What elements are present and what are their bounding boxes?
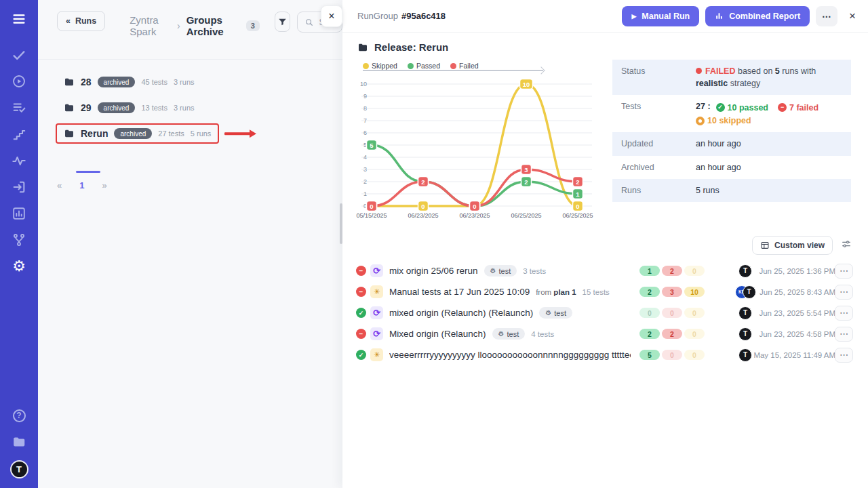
run-name[interactable]: mix origin 25/06 rerun bbox=[389, 266, 478, 276]
group-row[interactable]: 28 archived 45 tests 3 runs bbox=[56, 72, 203, 92]
svg-text:2: 2 bbox=[524, 178, 528, 186]
run-name[interactable]: Mixed origin (Relaunch) bbox=[389, 329, 486, 339]
run-row[interactable]: mixed origin (Relaunch) (Relaunch) ⚙test… bbox=[356, 302, 857, 323]
run-row[interactable]: Manual tests at 17 Jun 2025 10:09 from p… bbox=[356, 281, 857, 302]
run-name[interactable]: veeeerrrrryyyyyyyyyy llooooooooooonnnnng… bbox=[389, 350, 631, 360]
status-dot-icon bbox=[696, 68, 702, 74]
next-page-button[interactable]: » bbox=[102, 180, 106, 190]
run-status-icon bbox=[356, 287, 366, 297]
sidebar: ⚙ ? T bbox=[0, 0, 38, 488]
skipped-pill: 0 bbox=[684, 266, 705, 276]
ellipsis-icon: ⋯ bbox=[840, 266, 848, 276]
archived-badge: archived bbox=[98, 102, 136, 113]
run-row[interactable]: mix origin 25/06 rerun ⚙test 3 tests 1 2… bbox=[356, 260, 857, 281]
svg-text:1: 1 bbox=[576, 190, 580, 198]
help-glyph: ? bbox=[13, 409, 26, 422]
svg-text:06/25/2025: 06/25/2025 bbox=[511, 212, 541, 219]
svg-text:0: 0 bbox=[370, 203, 373, 210]
folder-icon bbox=[64, 102, 75, 113]
group-tests-count: 27 tests bbox=[158, 129, 184, 138]
svg-text:6: 6 bbox=[363, 129, 367, 136]
run-menu-button[interactable]: ⋯ bbox=[835, 306, 853, 321]
svg-text:2: 2 bbox=[421, 178, 425, 186]
group-runs-count: 5 runs bbox=[191, 129, 212, 138]
run-menu-button[interactable]: ⋯ bbox=[835, 327, 853, 342]
group-tests-count: 13 tests bbox=[141, 104, 167, 112]
run-menu-button[interactable]: ⋯ bbox=[835, 285, 853, 300]
group-name: 29 bbox=[81, 102, 92, 113]
help-icon[interactable]: ? bbox=[11, 407, 27, 424]
skipped-dot-icon bbox=[363, 63, 369, 69]
legend-skipped: Skipped bbox=[363, 62, 397, 70]
drawer-close-button[interactable]: × bbox=[321, 5, 342, 27]
run-name[interactable]: Manual tests at 17 Jun 2025 10:09 bbox=[389, 287, 530, 297]
custom-view-button[interactable]: Custom view bbox=[752, 236, 833, 255]
avatar: T bbox=[738, 348, 752, 362]
more-actions-button[interactable]: ⋯ bbox=[816, 6, 837, 26]
ellipsis-icon: ⋯ bbox=[840, 329, 848, 339]
runs-trend-chart: Skipped Passed Failed 01234567891005/15/… bbox=[353, 61, 611, 224]
back-chevrons-icon: « bbox=[66, 16, 71, 26]
svg-text:0: 0 bbox=[576, 203, 579, 210]
group-runs-count: 3 runs bbox=[174, 78, 195, 86]
group-row[interactable]: 29 archived 13 tests 3 runs bbox=[56, 98, 203, 118]
list-check-icon[interactable] bbox=[11, 100, 27, 116]
steps-icon[interactable] bbox=[11, 126, 27, 142]
skip-circle-icon bbox=[696, 117, 705, 125]
rungroup-id: #95a6c418 bbox=[401, 11, 446, 21]
manual-run-label: Manual Run bbox=[642, 12, 690, 21]
scrollbar-thumb[interactable] bbox=[340, 203, 342, 244]
run-type-icon bbox=[370, 285, 383, 298]
gear-icon: ⚙ bbox=[490, 267, 496, 274]
run-menu-button[interactable]: ⋯ bbox=[835, 264, 853, 279]
manual-run-button[interactable]: ▶ Manual Run bbox=[622, 6, 699, 26]
run-stat-pills: 1 2 0 bbox=[639, 266, 705, 276]
run-date: May 15, 2025 11:49 AM bbox=[753, 351, 835, 359]
legend-passed: Passed bbox=[408, 62, 440, 70]
run-row[interactable]: veeeerrrrryyyyyyyyyy llooooooooooonnnnng… bbox=[356, 344, 857, 365]
detail-row-tests: Tests 27 :✓10 passed−7 failed10 skipped bbox=[612, 95, 851, 132]
back-to-runs-button[interactable]: « Runs bbox=[57, 11, 105, 31]
run-tag-badge: ⚙test bbox=[484, 265, 517, 277]
svg-text:3: 3 bbox=[363, 166, 367, 173]
svg-text:0: 0 bbox=[473, 203, 476, 210]
menu-icon[interactable] bbox=[11, 11, 27, 27]
run-avatars: T bbox=[730, 264, 760, 278]
run-date: Jun 25, 2025 1:36 PM bbox=[759, 267, 835, 275]
run-stat-pills: 2 2 0 bbox=[639, 329, 705, 339]
run-tag-badge: ⚙test bbox=[539, 307, 572, 319]
run-row[interactable]: Mixed origin (Relaunch) ⚙test 4 tests 2 … bbox=[356, 323, 857, 344]
skipped-pill: 0 bbox=[684, 350, 705, 360]
avatar: T bbox=[738, 327, 752, 341]
run-type-icon bbox=[370, 348, 383, 361]
activity-icon[interactable] bbox=[11, 152, 27, 169]
run-name[interactable]: mixed origin (Relaunch) (Relaunch) bbox=[389, 308, 533, 318]
projects-folder-icon[interactable] bbox=[11, 434, 27, 450]
svg-text:06/25/2025: 06/25/2025 bbox=[562, 212, 593, 219]
timeline-arrow bbox=[363, 70, 543, 71]
folder-icon bbox=[64, 128, 75, 139]
prev-page-button[interactable]: « bbox=[57, 180, 62, 190]
group-row[interactable]: Rerun archived 27 tests 5 runs bbox=[56, 123, 219, 144]
run-tests-count: 3 tests bbox=[523, 267, 546, 275]
check-icon[interactable] bbox=[11, 47, 27, 63]
import-icon[interactable] bbox=[11, 179, 27, 195]
breadcrumb-page: Groups Archive bbox=[186, 14, 240, 37]
passed-pill: 2 bbox=[639, 329, 660, 339]
run-menu-button[interactable]: ⋯ bbox=[835, 348, 853, 363]
svg-text:10: 10 bbox=[523, 81, 530, 88]
user-avatar[interactable]: T bbox=[10, 460, 28, 479]
filter-settings-icon[interactable] bbox=[841, 239, 852, 252]
list-toolbar: Custom view bbox=[752, 236, 852, 255]
branch-icon[interactable] bbox=[11, 232, 27, 248]
filter-button[interactable] bbox=[275, 12, 291, 32]
report-chart-icon[interactable] bbox=[11, 205, 27, 222]
breadcrumb-project[interactable]: Zyntra Spark bbox=[130, 14, 171, 37]
page-number[interactable]: 1 bbox=[79, 180, 84, 190]
svg-text:0: 0 bbox=[421, 203, 425, 210]
panel-close-icon[interactable]: × bbox=[849, 9, 856, 23]
combined-report-button[interactable]: Combined Report bbox=[705, 6, 810, 26]
play-circle-icon[interactable] bbox=[11, 73, 27, 89]
current-page-indicator bbox=[76, 171, 100, 173]
settings-gear-icon[interactable]: ⚙ bbox=[11, 258, 27, 274]
